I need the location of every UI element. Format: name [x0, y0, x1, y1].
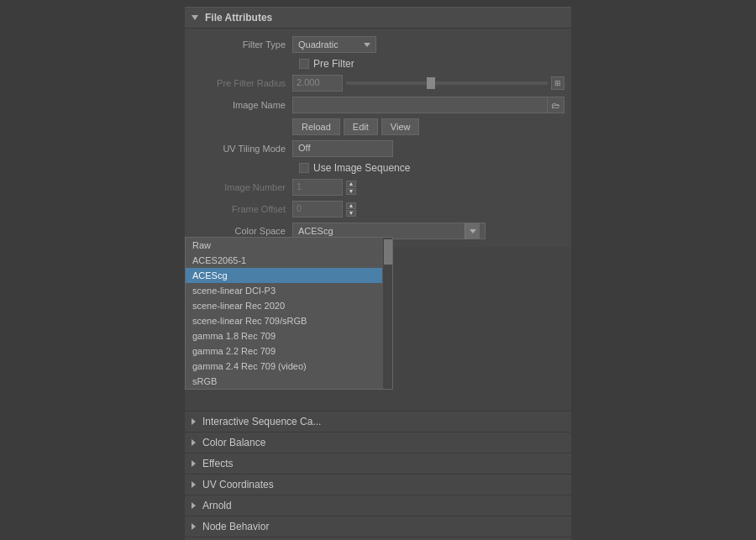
filter-type-control: Quadratic — [292, 36, 564, 53]
effects-section[interactable]: Effects — [185, 453, 571, 474]
frame-offset-control: 0 ▲ ▼ — [292, 201, 564, 218]
action-buttons-group: Reload Edit View — [292, 118, 564, 135]
arnold-icon — [192, 502, 196, 509]
cs-option-acescg[interactable]: ACEScg — [186, 268, 392, 283]
frame-offset-down-btn[interactable]: ▼ — [346, 210, 356, 217]
pre-filter-radius-control: 2.000 ⊞ — [292, 75, 564, 92]
color-balance-section[interactable]: Color Balance — [185, 432, 571, 453]
uv-tiling-row: UV Tiling Mode Off — [185, 138, 571, 160]
uv-tiling-dropdown[interactable]: Off — [292, 140, 393, 157]
cs-option-gamma22[interactable]: gamma 2.2 Rec 709 — [186, 343, 392, 359]
arnold-label: Arnold — [202, 500, 232, 511]
image-name-label: Image Name — [192, 100, 292, 110]
pre-filter-checkbox[interactable] — [299, 59, 309, 69]
cs-option-scene-rec2020[interactable]: scene-linear Rec 2020 — [186, 298, 392, 313]
pre-filter-radius-thumb — [427, 77, 435, 89]
node-behavior-label: Node Behavior — [202, 521, 269, 532]
cs-option-raw[interactable]: Raw — [186, 238, 392, 253]
file-attributes-header[interactable]: File Attributes — [185, 7, 571, 29]
use-image-seq-label: Use Image Sequence — [313, 162, 410, 174]
node-behavior-section[interactable]: Node Behavior — [185, 516, 571, 537]
uuid-section[interactable]: UUID — [185, 537, 571, 540]
folder-icon[interactable]: 🗁 — [548, 97, 564, 113]
file-attributes-title: File Attributes — [205, 12, 272, 24]
color-space-arrow-icon[interactable] — [465, 223, 480, 239]
filter-type-dropdown[interactable]: Quadratic — [292, 36, 376, 53]
use-image-seq-row: Use Image Sequence — [185, 160, 571, 176]
uv-coordinates-label: UV Coordinates — [202, 479, 274, 490]
edit-button[interactable]: Edit — [344, 118, 378, 135]
interactive-seq-label: Interactive Sequence Ca... — [202, 416, 321, 427]
cs-option-scene-rec709[interactable]: scene-linear Rec 709/sRGB — [186, 313, 392, 328]
color-balance-icon — [192, 439, 196, 446]
image-number-control: 1 ▲ ▼ — [292, 179, 564, 196]
reload-button[interactable]: Reload — [292, 118, 340, 135]
cs-option-gamma24[interactable]: gamma 2.4 Rec 709 (video) — [186, 359, 392, 374]
pre-filter-radius-row: Pre Filter Radius 2.000 ⊞ — [185, 72, 571, 94]
image-number-label: Image Number — [192, 182, 292, 192]
filter-type-row: Filter Type Quadratic — [185, 34, 571, 55]
pre-filter-radius-slider[interactable] — [346, 81, 548, 85]
use-image-seq-checkbox[interactable] — [299, 163, 309, 173]
pre-filter-label: Pre Filter — [313, 58, 354, 70]
pre-filter-radius-end-btn[interactable]: ⊞ — [551, 76, 564, 90]
pre-filter-radius-input[interactable]: 2.000 — [292, 75, 343, 92]
pre-filter-radius-label: Pre Filter Radius — [192, 78, 292, 88]
cs-option-scene-dci[interactable]: scene-linear DCI-P3 — [186, 283, 392, 298]
color-space-scrollbar-thumb — [384, 239, 392, 265]
effects-icon — [192, 460, 196, 467]
view-button[interactable]: View — [381, 118, 420, 135]
image-name-control: 🗁 — [292, 97, 564, 113]
image-number-down-btn[interactable]: ▼ — [346, 188, 356, 195]
interactive-seq-section[interactable]: Interactive Sequence Ca... — [185, 411, 571, 432]
sections-container: Interactive Sequence Ca... Color Balance… — [185, 411, 571, 540]
filter-type-label: Filter Type — [192, 39, 292, 50]
color-space-value: ACEScg — [298, 226, 333, 236]
color-space-control: ACEScg Raw ACES2065-1 ACEScg scene-linea… — [292, 223, 564, 239]
cs-option-aces2065[interactable]: ACES2065-1 — [186, 253, 392, 268]
color-space-dropdown-list: Raw ACES2065-1 ACEScg scene-linear DCI-P… — [185, 237, 393, 390]
file-attributes-toggle-icon[interactable] — [192, 15, 198, 20]
action-buttons-row: Reload Edit View — [185, 116, 571, 138]
uv-tiling-control: Off — [292, 140, 564, 157]
pre-filter-radius-slider-container: 2.000 ⊞ — [292, 75, 564, 92]
interactive-seq-icon — [192, 418, 196, 425]
uv-coordinates-section[interactable]: UV Coordinates — [185, 474, 571, 495]
image-number-up-btn[interactable]: ▲ — [346, 181, 356, 187]
frame-offset-input[interactable]: 0 — [292, 201, 343, 218]
frame-offset-up-btn[interactable]: ▲ — [346, 202, 356, 209]
uv-coordinates-icon — [192, 481, 196, 488]
node-behavior-icon — [192, 523, 196, 530]
color-space-label: Color Space — [192, 226, 292, 236]
color-space-scrollbar[interactable] — [382, 238, 392, 389]
image-name-row: Image Name 🗁 — [185, 94, 571, 116]
image-number-input[interactable]: 1 — [292, 179, 343, 196]
pre-filter-row: Pre Filter — [185, 55, 571, 72]
color-space-row: Color Space ACEScg Raw ACES2065-1 ACEScg… — [185, 220, 571, 242]
frame-offset-row: Frame Offset 0 ▲ ▼ — [185, 198, 571, 220]
arnold-section[interactable]: Arnold — [185, 495, 571, 516]
filter-type-arrow-icon — [364, 43, 370, 47]
file-attributes-body: Filter Type Quadratic Pre Filter Pre Fil… — [185, 29, 571, 247]
cs-option-srgb[interactable]: sRGB — [186, 374, 392, 389]
uv-tiling-label: UV Tiling Mode — [192, 144, 292, 154]
image-name-input[interactable] — [292, 97, 548, 113]
cs-option-gamma18[interactable]: gamma 1.8 Rec 709 — [186, 328, 392, 343]
color-balance-label: Color Balance — [202, 437, 265, 448]
image-number-row: Image Number 1 ▲ ▼ — [185, 176, 571, 198]
frame-offset-label: Frame Offset — [192, 204, 292, 214]
effects-label: Effects — [202, 458, 233, 469]
